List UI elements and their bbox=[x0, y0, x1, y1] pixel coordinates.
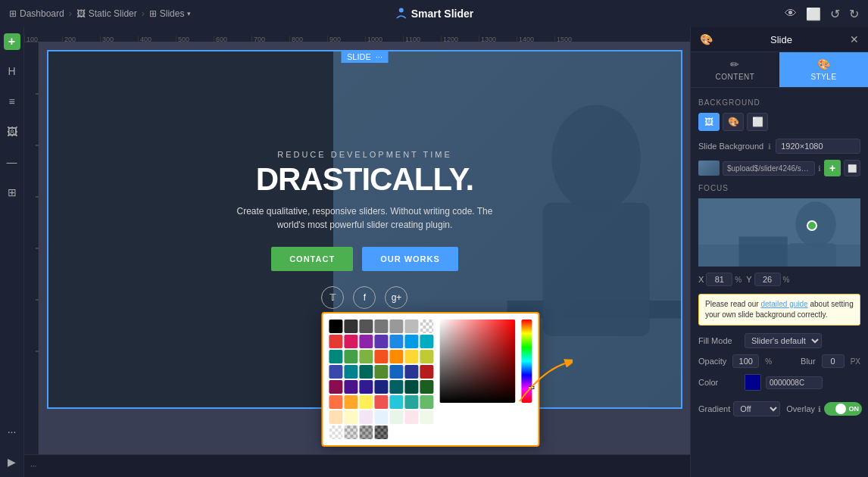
swatch-darkblue[interactable] bbox=[389, 365, 403, 379]
swatch-teal[interactable] bbox=[329, 350, 342, 363]
social-twitter[interactable]: 𝕋 bbox=[321, 286, 344, 309]
bg-path-input[interactable]: $upload$/slider4246/staticslid... bbox=[723, 161, 815, 176]
swatch-paleyellow[interactable] bbox=[359, 395, 373, 409]
swatch-checker2[interactable] bbox=[344, 426, 358, 439]
breadcrumb-static-slider[interactable]: 🖼 Static Slider bbox=[76, 8, 137, 19]
swatch-lightred[interactable] bbox=[374, 395, 388, 409]
sidebar-grid-icon[interactable]: ⊞ bbox=[3, 183, 21, 201]
color-picker-popup[interactable] bbox=[321, 312, 539, 447]
swatch-palepeach[interactable] bbox=[329, 410, 342, 424]
swatch-darkindigo[interactable] bbox=[359, 380, 373, 394]
swatch-checker1[interactable] bbox=[329, 426, 342, 439]
swatch-palelavender[interactable] bbox=[359, 410, 373, 424]
sidebar-play-icon[interactable]: ▶ bbox=[3, 453, 21, 471]
sidebar-menu-icon[interactable]: ≡ bbox=[3, 92, 21, 111]
sidebar-help-icon[interactable]: H bbox=[3, 62, 21, 80]
swatch-black[interactable] bbox=[329, 320, 342, 333]
overlay-toggle[interactable]: ON bbox=[824, 402, 862, 416]
slide-canvas[interactable]: SLIDE ··· bbox=[39, 42, 690, 454]
add-bg-button[interactable]: + bbox=[824, 160, 841, 176]
focus-dot[interactable] bbox=[807, 220, 817, 231]
breadcrumb-dashboard[interactable]: ⊞ Dashboard bbox=[9, 8, 64, 19]
swatch-palerosy[interactable] bbox=[404, 410, 418, 424]
swatch-pink[interactable] bbox=[344, 335, 358, 348]
social-facebook[interactable]: f bbox=[353, 286, 376, 309]
swatch-gray2[interactable] bbox=[389, 320, 403, 333]
fill-mode-select[interactable]: Slider's default Fill Fit Stretch bbox=[745, 333, 822, 348]
opacity-input[interactable] bbox=[732, 354, 759, 368]
swatch-lightblue[interactable] bbox=[404, 335, 418, 348]
redo-icon[interactable]: ↻ bbox=[849, 7, 859, 21]
bg-path-info[interactable]: ℹ bbox=[818, 164, 821, 173]
swatch-transparent[interactable] bbox=[420, 320, 433, 333]
tab-style[interactable]: 🎨 STYLE bbox=[779, 52, 868, 87]
swatch-amber[interactable] bbox=[389, 350, 403, 363]
swatch-darkred[interactable] bbox=[420, 365, 433, 379]
sidebar-minus-icon[interactable]: — bbox=[3, 153, 21, 171]
ourworks-button[interactable]: OUR WORKS bbox=[362, 247, 458, 271]
swatch-orange[interactable] bbox=[374, 350, 388, 363]
slide-bg-info-icon[interactable]: ℹ bbox=[768, 142, 771, 151]
undo-icon[interactable]: ↺ bbox=[830, 7, 840, 21]
tab-content[interactable]: ✏ CONTENT bbox=[691, 52, 779, 87]
bg-type-gradient[interactable]: ⬜ bbox=[747, 113, 768, 131]
swatch-lightgray[interactable] bbox=[404, 320, 418, 333]
swatch-darkergreen[interactable] bbox=[420, 380, 433, 394]
bg-options-button[interactable]: ⬜ bbox=[844, 160, 860, 176]
blur-input[interactable] bbox=[822, 354, 845, 368]
swatch-darkerteal[interactable] bbox=[404, 380, 418, 394]
swatch-palelemon[interactable] bbox=[344, 410, 358, 424]
overlay-info-icon[interactable]: ℹ bbox=[818, 405, 821, 413]
warning-link[interactable]: detailed guide bbox=[760, 300, 807, 308]
bg-type-image[interactable]: 🖼 bbox=[698, 113, 720, 131]
color-hex[interactable] bbox=[766, 376, 823, 389]
swatch-blue[interactable] bbox=[389, 335, 403, 348]
color-preview[interactable] bbox=[745, 374, 761, 391]
bg-type-color[interactable]: 🎨 bbox=[723, 113, 744, 131]
swatch-cyan[interactable] bbox=[420, 335, 433, 348]
sidebar-more-icon[interactable]: ··· bbox=[3, 422, 21, 441]
x-input[interactable] bbox=[706, 273, 732, 286]
slide-label-dots[interactable]: ··· bbox=[376, 52, 382, 61]
swatch-dark[interactable] bbox=[344, 320, 358, 333]
swatch-lime[interactable] bbox=[420, 350, 433, 363]
contact-button[interactable]: CONTACT bbox=[271, 247, 353, 271]
swatch-lightgreen[interactable] bbox=[359, 350, 373, 363]
swatch-red[interactable] bbox=[329, 335, 342, 348]
color-gradient-canvas[interactable] bbox=[439, 320, 515, 403]
swatch-lightorange[interactable] bbox=[329, 395, 342, 409]
breadcrumb-slides[interactable]: ⊞ Slides ▾ bbox=[149, 8, 192, 19]
swatch-green[interactable] bbox=[344, 350, 358, 363]
swatch-lightteal[interactable] bbox=[404, 395, 418, 409]
color-spectrum-bar[interactable] bbox=[521, 320, 532, 403]
expand-icon[interactable]: ⬜ bbox=[806, 7, 821, 21]
swatch-yellow[interactable] bbox=[404, 350, 418, 363]
preview-icon[interactable]: 👁 bbox=[785, 7, 797, 20]
swatch-lightishgreen[interactable] bbox=[420, 395, 433, 409]
swatch-purple[interactable] bbox=[359, 335, 373, 348]
swatch-checker4[interactable] bbox=[374, 426, 388, 439]
swatch-darkpink[interactable] bbox=[329, 380, 342, 394]
y-input[interactable] bbox=[754, 273, 781, 286]
swatch-dark2[interactable] bbox=[359, 320, 373, 333]
swatch-palelightgreen[interactable] bbox=[420, 410, 433, 424]
gradient-select[interactable]: Off Linear Radial bbox=[733, 401, 780, 416]
swatch-lightyellow[interactable] bbox=[344, 395, 358, 409]
swatch-darkercyan[interactable] bbox=[389, 380, 403, 394]
swatch-darkpurple[interactable] bbox=[344, 380, 358, 394]
swatch-deepurple[interactable] bbox=[374, 335, 388, 348]
swatch-darkcyan[interactable] bbox=[344, 365, 358, 379]
swatch-darkgreen[interactable] bbox=[374, 365, 388, 379]
swatch-paleblue[interactable] bbox=[374, 410, 388, 424]
focus-preview[interactable] bbox=[698, 198, 860, 267]
swatch-checker3[interactable] bbox=[359, 426, 373, 439]
swatch-indigo[interactable] bbox=[329, 365, 342, 379]
panel-close-button[interactable]: ✕ bbox=[850, 33, 859, 45]
swatch-lightcyan[interactable] bbox=[389, 395, 403, 409]
swatch-palemint[interactable] bbox=[389, 410, 403, 424]
swatch-darkteal[interactable] bbox=[359, 365, 373, 379]
swatch-navy[interactable] bbox=[404, 365, 418, 379]
swatch-gray[interactable] bbox=[374, 320, 388, 333]
sidebar-image-icon[interactable]: 🖼 bbox=[3, 123, 21, 141]
add-element-button[interactable]: + bbox=[4, 33, 20, 50]
